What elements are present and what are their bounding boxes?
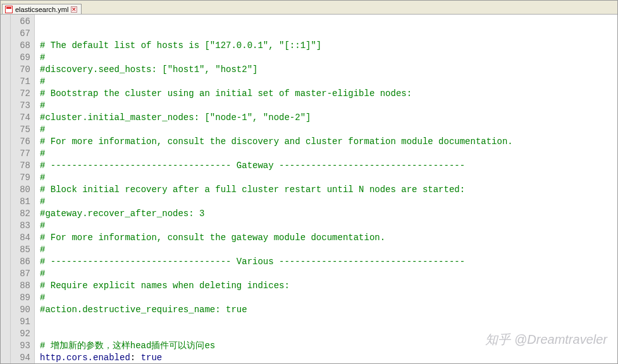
comment-text: # Block initial recovery after a full cl… bbox=[40, 185, 465, 195]
comment-text: # bbox=[40, 245, 45, 255]
line-number: 81 bbox=[11, 196, 30, 208]
code-line[interactable]: # Bootstrap the cluster using an initial… bbox=[40, 88, 617, 100]
code-line[interactable]: # bbox=[40, 220, 617, 232]
tab-bar: elasticsearch.yml ✕ bbox=[1, 1, 617, 15]
line-number: 85 bbox=[11, 244, 30, 256]
code-line[interactable]: #discovery.seed_hosts: ["host1", "host2"… bbox=[40, 64, 617, 76]
comment-text: # 增加新的参数，这样head插件可以访问es bbox=[40, 341, 215, 351]
code-line[interactable]: # bbox=[40, 196, 617, 208]
line-number-gutter: 6667686970717273747576777879808182838485… bbox=[11, 15, 35, 363]
line-number: 80 bbox=[11, 184, 30, 196]
comment-text: # Bootstrap the cluster using an initial… bbox=[40, 88, 412, 99]
line-number: 66 bbox=[11, 16, 30, 28]
comment-text: # ---------------------------------- Gat… bbox=[40, 161, 465, 171]
line-number: 86 bbox=[11, 256, 30, 268]
line-number: 71 bbox=[11, 76, 30, 88]
line-number: 74 bbox=[11, 112, 30, 124]
comment-text: # bbox=[40, 293, 45, 303]
code-line[interactable]: #action.destructive_requires_name: true bbox=[40, 304, 617, 316]
line-number: 92 bbox=[11, 328, 30, 340]
line-number: 88 bbox=[11, 280, 30, 292]
close-icon[interactable]: ✕ bbox=[71, 6, 77, 13]
line-number: 89 bbox=[11, 292, 30, 304]
comment-text: # bbox=[40, 100, 45, 111]
code-line[interactable]: # bbox=[40, 292, 617, 304]
code-line[interactable]: # bbox=[40, 100, 617, 112]
line-number: 78 bbox=[11, 160, 30, 172]
code-line[interactable]: #gateway.recover_after_nodes: 3 bbox=[40, 208, 617, 220]
comment-text: #action.destructive_requires_name: true bbox=[40, 305, 247, 315]
code-area[interactable]: # The default list of hosts is ["127.0.0… bbox=[35, 15, 617, 363]
line-number: 76 bbox=[11, 136, 30, 148]
code-line[interactable]: # The default list of hosts is ["127.0.0… bbox=[40, 40, 617, 52]
line-number: 79 bbox=[11, 172, 30, 184]
tab-filename: elasticsearch.yml bbox=[15, 6, 68, 13]
comment-text: # bbox=[40, 173, 45, 183]
comment-text: # ---------------------------------- Var… bbox=[40, 257, 465, 267]
code-line[interactable]: # Require explicit names when deleting i… bbox=[40, 280, 617, 292]
line-number: 91 bbox=[11, 316, 30, 328]
comment-text: # bbox=[40, 52, 45, 63]
yaml-sep: : bbox=[130, 353, 141, 363]
comment-text: # bbox=[40, 76, 45, 87]
line-number: 77 bbox=[11, 148, 30, 160]
code-line[interactable]: # Block initial recovery after a full cl… bbox=[40, 184, 617, 196]
line-number: 90 bbox=[11, 304, 30, 316]
file-tab[interactable]: elasticsearch.yml ✕ bbox=[2, 4, 82, 14]
code-line[interactable]: #cluster.initial_master_nodes: ["node-1"… bbox=[40, 112, 617, 124]
line-number: 68 bbox=[11, 40, 30, 52]
comment-text: # bbox=[40, 269, 45, 279]
line-number: 73 bbox=[11, 100, 30, 112]
code-line[interactable]: # For more information, consult the gate… bbox=[40, 232, 617, 244]
line-number: 75 bbox=[11, 124, 30, 136]
line-number: 70 bbox=[11, 64, 30, 76]
line-number: 83 bbox=[11, 220, 30, 232]
line-number: 67 bbox=[11, 28, 30, 40]
code-line[interactable]: http.cors.enabled: true bbox=[40, 352, 617, 364]
line-number: 84 bbox=[11, 232, 30, 244]
code-line[interactable]: # For more information, consult the disc… bbox=[40, 136, 617, 148]
fold-margin[interactable] bbox=[1, 15, 11, 363]
line-number: 82 bbox=[11, 208, 30, 220]
yaml-value: true bbox=[141, 353, 163, 363]
code-line[interactable]: # bbox=[40, 172, 617, 184]
code-editor[interactable]: 6667686970717273747576777879808182838485… bbox=[1, 15, 617, 363]
line-number: 93 bbox=[11, 340, 30, 352]
comment-text: #gateway.recover_after_nodes: 3 bbox=[40, 209, 204, 219]
line-number: 69 bbox=[11, 52, 30, 64]
comment-text: # bbox=[40, 124, 45, 135]
comment-text: # bbox=[40, 221, 45, 231]
code-line[interactable] bbox=[40, 328, 617, 340]
code-line[interactable]: # ---------------------------------- Var… bbox=[40, 256, 617, 268]
code-line[interactable]: # ---------------------------------- Gat… bbox=[40, 160, 617, 172]
comment-text: #discovery.seed_hosts: ["host1", "host2"… bbox=[40, 64, 257, 75]
file-icon bbox=[5, 6, 13, 13]
code-line[interactable]: # bbox=[40, 52, 617, 64]
comment-text: # For more information, consult the disc… bbox=[40, 136, 513, 147]
line-number: 94 bbox=[11, 352, 30, 364]
comment-text: #cluster.initial_master_nodes: ["node-1"… bbox=[40, 112, 311, 123]
comment-text: # The default list of hosts is ["127.0.0… bbox=[40, 40, 321, 51]
comment-text: # bbox=[40, 149, 45, 159]
comment-text: # bbox=[40, 197, 45, 207]
code-line[interactable]: # bbox=[40, 148, 617, 160]
code-line[interactable]: # bbox=[40, 244, 617, 256]
line-number: 72 bbox=[11, 88, 30, 100]
code-line[interactable]: # bbox=[40, 268, 617, 280]
yaml-key: http.cors.enabled bbox=[40, 353, 130, 363]
comment-text: # Require explicit names when deleting i… bbox=[40, 281, 290, 291]
code-line[interactable]: # 增加新的参数，这样head插件可以访问es bbox=[40, 340, 617, 352]
code-line[interactable]: # bbox=[40, 76, 617, 88]
code-line[interactable]: # bbox=[40, 124, 617, 136]
comment-text: # For more information, consult the gate… bbox=[40, 233, 385, 243]
code-line[interactable] bbox=[40, 316, 617, 328]
line-number: 87 bbox=[11, 268, 30, 280]
